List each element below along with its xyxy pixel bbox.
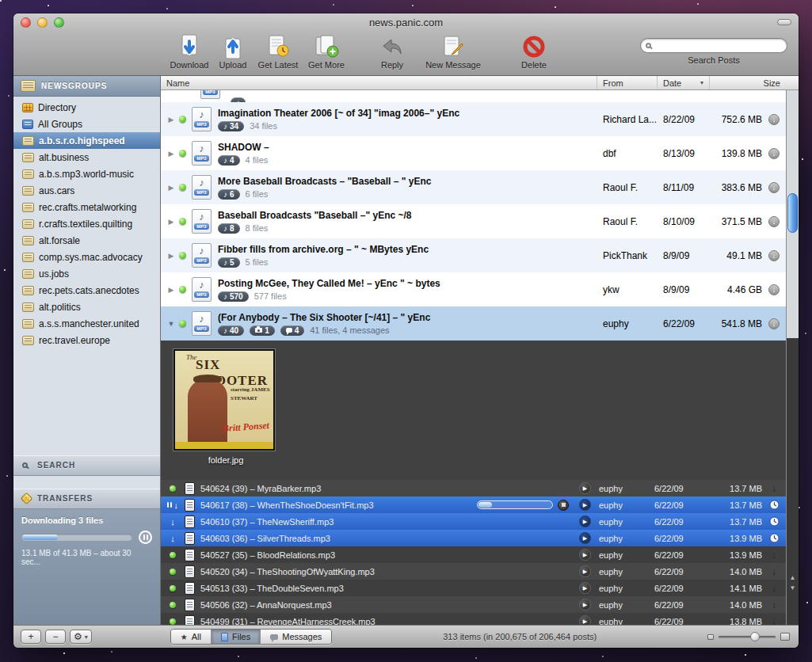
sidebar-item-newsgroup[interactable]: alt.business (13, 149, 160, 166)
sidebar-item-newsgroup[interactable]: a.b.s.mp3.world-music (13, 166, 160, 182)
scroll-down-arrow[interactable]: ▼ (790, 584, 796, 592)
disclosure-triangle-icon[interactable]: ▶ (163, 218, 179, 226)
column-header-name[interactable]: Name (161, 76, 597, 89)
tab-all[interactable]: ★All (171, 630, 212, 644)
search-field[interactable] (640, 38, 787, 53)
disclosure-triangle-icon[interactable]: ▶ (163, 286, 179, 294)
scrollbar-thumb[interactable] (787, 193, 798, 233)
disclosure-triangle-icon[interactable]: ▶ (163, 252, 179, 260)
complete-dot-icon (170, 569, 176, 575)
sidebar-item-newsgroup[interactable]: r.crafts.textiles.quilting (13, 215, 160, 232)
file-row[interactable]: 540527 (35) – BloodRelations.mp3 ▶ euphy… (161, 546, 786, 563)
sidebar-item-newsgroup[interactable]: alt.politics (13, 299, 160, 315)
sidebar-item-newsgroup[interactable]: rec.pets.cats.anecdotes (13, 282, 160, 299)
download-file-button[interactable]: ↓ (772, 583, 776, 594)
play-button[interactable]: ▶ (575, 565, 594, 577)
upload-button[interactable]: Upload (212, 33, 254, 70)
sidebar-item-newsgroup[interactable]: us.jobs (13, 265, 160, 282)
action-gear-button[interactable]: ⚙▾ (70, 630, 92, 644)
download-file-button[interactable]: ↓ (772, 599, 776, 611)
post-row[interactable]: ▶ ♪MP3 More Baseball Broadcasts – "Baseb… (161, 170, 786, 204)
post-row[interactable]: ▶ ♪MP3 SHADOW – ♪4 4 files dbf 8/13/09 1… (161, 136, 786, 170)
download-post-button[interactable]: ↓ (762, 148, 786, 159)
sidebar-item-newsgroup[interactable]: rec.crafts.metalworking (13, 199, 160, 215)
remove-button[interactable]: − (45, 630, 66, 644)
vertical-scrollbar[interactable]: ▲ ▼ (786, 90, 799, 625)
slider-thumb[interactable] (750, 632, 760, 641)
sidebar-item-newsgroup[interactable]: aus.cars (13, 182, 160, 199)
titlebar[interactable]: news.panic.com (13, 13, 799, 31)
sidebar-item-newsgroup[interactable]: comp.sys.mac.advocacy (13, 249, 160, 265)
search-input[interactable] (654, 41, 782, 51)
stop-download-button[interactable] (558, 500, 569, 511)
file-row-queued[interactable]: ↓ 540603 (36) – SilverThreads.mp3 ▶ euph… (161, 530, 786, 546)
play-button[interactable]: ▶ (575, 482, 594, 494)
pause-transfers-button[interactable] (139, 531, 152, 544)
sidebar-item-all-groups[interactable]: All Groups (13, 116, 160, 132)
attachment-thumbnail[interactable]: The SIX SHOOTER starring JAMES STEWART B… (173, 349, 275, 451)
newsgroup-icon (22, 169, 34, 179)
status-dot-icon (179, 218, 186, 225)
scroll-up-arrow[interactable]: ▲ (790, 574, 796, 581)
post-row[interactable]: ▶ ♪MP3 Baseball Broadcasts "Baseball –" … (161, 204, 786, 238)
disclosure-triangle-icon[interactable]: ▼ (163, 320, 179, 328)
disclosure-triangle-icon[interactable]: ▶ (163, 150, 179, 158)
download-post-button[interactable]: ↓ (762, 318, 786, 329)
column-header-date[interactable]: Date▾ (658, 76, 710, 89)
post-row[interactable]: ▶ ♪MP3 Imagination Theater 2006 [~ of 34… (161, 102, 786, 136)
sidebar-item-newsgroup[interactable]: alt.forsale (13, 232, 160, 249)
get-latest-button[interactable]: Get Latest (254, 33, 303, 70)
slider-track[interactable] (719, 636, 776, 638)
post-row-partial[interactable]: ♪MP3 ♪ (161, 90, 786, 102)
sidebar-item-newsgroup[interactable]: a.s.s.manchester.united (13, 315, 160, 332)
toolbar-toggle-button[interactable] (777, 19, 791, 25)
download-post-button[interactable]: ↓ (762, 284, 786, 295)
play-button[interactable]: ▶ (575, 599, 594, 611)
play-button[interactable]: ▶ (575, 549, 594, 561)
file-name: 540610 (37) – TheNewSheriff.mp3 (200, 517, 575, 527)
download-file-button[interactable]: ↓ (772, 566, 776, 577)
get-more-button[interactable]: Get More (303, 33, 350, 70)
download-file-button[interactable]: ↓ (772, 616, 776, 626)
reply-button[interactable]: Reply (372, 33, 412, 70)
file-row-queued[interactable]: ↓ 540610 (37) – TheNewSheriff.mp3 ▶ euph… (161, 513, 786, 530)
delete-button[interactable]: Delete (513, 33, 555, 70)
file-row[interactable]: 540499 (31) – RevengeAtHarnessCreek.mp3 … (161, 613, 786, 625)
play-button[interactable]: ▶ (575, 499, 594, 511)
tab-files[interactable]: Files (212, 630, 261, 644)
file-row[interactable]: 540520 (34) – TheShootingOfWyattKing.mp3… (161, 563, 786, 580)
file-row[interactable]: 540624 (39) – MyraBarker.mp3 ▶ euphy 6/2… (161, 480, 786, 496)
sidebar-item-newsgroup[interactable]: a.b.s.r.o.highspeed (13, 132, 160, 149)
download-post-button[interactable]: ↓ (762, 114, 786, 125)
post-row[interactable]: ▶ ♪MP3 Posting McGee, They Called Me! – … (161, 272, 786, 306)
download-button[interactable]: Download (166, 33, 212, 70)
sidebar-item-directory[interactable]: Directory (13, 99, 160, 116)
download-file-button[interactable]: ↓ (772, 483, 776, 494)
play-button[interactable]: ▶ (575, 582, 594, 594)
download-post-button[interactable]: ↓ (762, 182, 786, 193)
post-title: Posting McGee, They Called Me! – yEnc " … (218, 278, 597, 289)
download-file-button[interactable]: ↓ (772, 550, 776, 561)
download-post-button[interactable]: ↓ (762, 216, 786, 227)
post-size: 752.6 MB (710, 114, 762, 125)
column-header-from[interactable]: From (597, 76, 658, 89)
download-post-button[interactable]: ↓ (762, 250, 786, 261)
transfer-progress-bar (21, 534, 132, 541)
file-row-downloading[interactable]: ↓ 540617 (38) – WhenTheShoeDoesn'tFit.mp… (161, 496, 786, 513)
sidebar-item-newsgroup[interactable]: rec.travel.europe (13, 332, 160, 348)
post-row-selected[interactable]: ▼ ♪MP3 (For Anybody – The Six Shooter [~… (161, 306, 786, 341)
file-row[interactable]: 540513 (33) – TheDoubleSeven.mp3 ▶ euphy… (161, 580, 786, 596)
search-section-header[interactable]: SEARCH (13, 455, 160, 476)
play-button[interactable]: ▶ (575, 516, 594, 527)
add-button[interactable]: + (21, 630, 41, 644)
transfers-section-header[interactable]: TRANSFERS (13, 489, 160, 509)
disclosure-triangle-icon[interactable]: ▶ (163, 116, 179, 124)
post-row[interactable]: ▶ ♪MP3 Fibber fills from archive.org – "… (161, 238, 786, 272)
tab-messages[interactable]: Messages (261, 630, 331, 644)
new-message-button[interactable]: New Message (421, 33, 485, 70)
play-button[interactable]: ▶ (575, 615, 594, 625)
column-header-size[interactable]: Size (710, 76, 786, 89)
disclosure-triangle-icon[interactable]: ▶ (163, 184, 179, 192)
play-button[interactable]: ▶ (575, 532, 594, 544)
file-row[interactable]: 540506 (32) – AnnaNorquest.mp3 ▶ euphy 6… (161, 596, 786, 613)
